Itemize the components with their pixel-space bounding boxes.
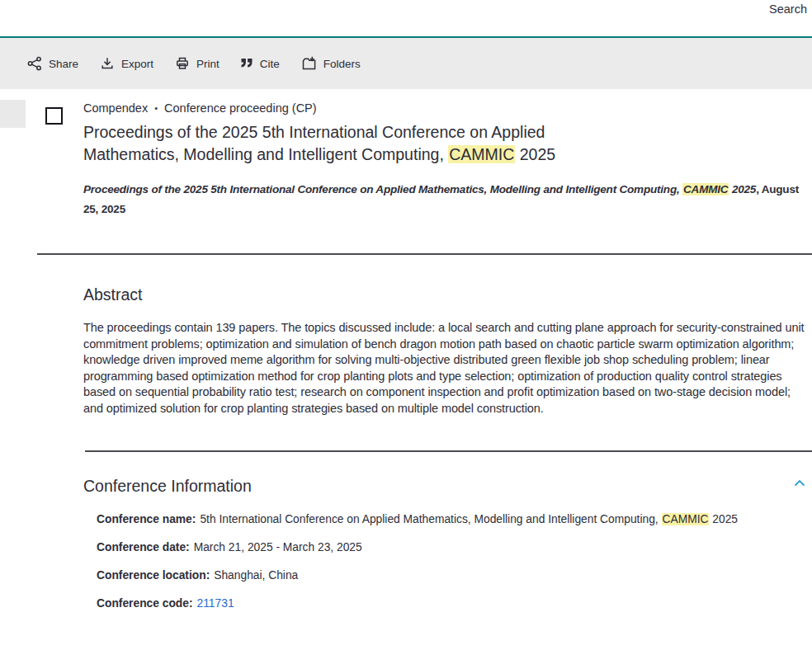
folders-button[interactable]: Folders [301,56,361,71]
record-title-line2: Mathematics, Modelling and Intelligent C… [83,144,807,166]
citation-source-year: 2025 [729,183,756,195]
export-button-label: Export [121,58,153,70]
database-label: Compendex [83,101,148,115]
search-term-highlight: CAMMIC [448,145,515,163]
print-button[interactable]: Print [175,56,220,71]
conference-location-value: Shanghai, China [214,569,298,582]
record-toolbar: Share Export Print Cite [0,38,812,89]
left-edge-tab [0,100,26,128]
export-button[interactable]: Export [100,56,153,71]
folders-button-label: Folders [323,58,361,70]
conference-info-fields: Conference name:5th International Confer… [97,513,807,610]
abstract-heading: Abstract [83,285,807,304]
share-button-label: Share [49,58,78,70]
conference-date-value: March 21, 2025 - March 23, 2025 [194,541,362,553]
record-header: Compendex•Conference proceeding (CP) Pro… [83,101,807,219]
top-bar: Search [0,0,812,36]
quote-icon [241,58,253,69]
abstract-section: Abstract The proceedings contain 139 pap… [83,285,807,417]
conference-code-row: Conference code:211731 [97,597,807,610]
conference-code-label: Conference code: [97,597,193,610]
doc-type-label: Conference proceeding (CP) [164,101,317,115]
collapse-section-button[interactable] [792,478,807,488]
abstract-text: The proceedings contain 139 papers. The … [83,320,807,417]
download-icon [100,56,115,71]
record-title: Proceedings of the 2025 5th Internationa… [83,121,807,166]
citation-source-title: Proceedings of the 2025 5th Internationa… [83,183,682,195]
search-nav-link[interactable]: Search [769,2,807,16]
conference-name-label: Conference name: [97,513,196,525]
share-icon [27,56,42,71]
conference-name-row: Conference name:5th International Confer… [97,513,807,525]
conference-info-section: Conference Information Conference name:5… [83,476,807,610]
conference-info-header-row: Conference Information [83,476,807,496]
conference-date-row: Conference date:March 21, 2025 - March 2… [97,541,807,553]
section-divider [37,253,812,255]
conference-name-value-suffix: 2025 [709,513,738,525]
print-button-label: Print [196,58,220,70]
search-term-highlight: CAMMIC [662,513,710,525]
record-title-line2-pre: Mathematics, Modelling and Intelligent C… [83,145,448,163]
cite-button[interactable]: Cite [241,58,280,70]
record-select-checkbox[interactable] [45,107,63,125]
record-meta: Compendex•Conference proceeding (CP) [83,101,807,116]
printer-icon [175,56,190,71]
record-title-line2-post: 2025 [515,145,555,163]
record-title-line1: Proceedings of the 2025 5th Internationa… [83,121,807,144]
chevron-up-icon [794,477,805,489]
source-citation: Proceedings of the 2025 5th Internationa… [83,180,807,219]
search-term-highlight: CAMMIC [682,183,729,195]
conference-location-label: Conference location: [97,569,210,582]
folder-add-icon [301,56,317,71]
conference-info-heading: Conference Information [83,476,252,496]
conference-name-value: 5th International Conference on Applied … [200,513,661,525]
conference-date-label: Conference date: [97,541,190,553]
conference-location-row: Conference location:Shanghai, China [97,569,807,582]
section-divider [85,450,812,452]
share-button[interactable]: Share [27,56,78,71]
meta-separator-dot: • [154,103,158,113]
conference-code-link[interactable]: 211731 [197,597,234,610]
cite-button-label: Cite [260,58,280,70]
